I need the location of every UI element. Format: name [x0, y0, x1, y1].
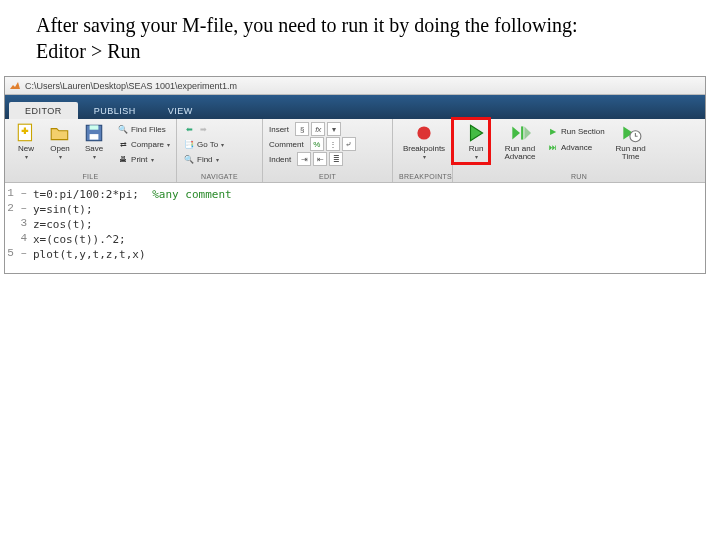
- breakpoint-icon: [413, 122, 435, 144]
- insert-button[interactable]: Insert §fx▾: [269, 122, 386, 136]
- breakpoints-group: Breakpoints▾ BREAKPOINTS: [393, 119, 453, 182]
- insert-more-icon[interactable]: ▾: [327, 122, 341, 136]
- ribbon-tab-bar: EDITOR PUBLISH VIEW: [5, 95, 705, 119]
- file-group-label: FILE: [11, 173, 170, 182]
- line-gutter: 1 – 2 – 3 4 5 –: [5, 187, 33, 269]
- insert-section-icon[interactable]: §: [295, 122, 309, 136]
- window-titlebar: C:\Users\Lauren\Desktop\SEAS 1001\experi…: [5, 77, 705, 95]
- arrow-left-icon: ⬅: [183, 123, 195, 135]
- svg-rect-3: [90, 125, 99, 129]
- comment-pct-icon[interactable]: %: [310, 137, 324, 151]
- indent-icon[interactable]: ⇥: [297, 152, 311, 166]
- nav-back-fwd[interactable]: ⬅➡: [183, 122, 256, 136]
- tab-publish[interactable]: PUBLISH: [78, 102, 152, 119]
- edit-group: Insert §fx▾ Comment %⋮⤶ Indent ⇥⇤≣ EDIT: [263, 119, 393, 182]
- insert-fx-icon[interactable]: fx: [311, 122, 325, 136]
- code-content[interactable]: t=0:pi/100:2*pi; %any comment y=sin(t); …: [33, 187, 705, 269]
- ribbon-toolstrip: New▾ Open▾ Save▾ 🔍Find Files ⇄Compare▾ 🖶…: [5, 119, 705, 183]
- code-editor[interactable]: 1 – 2 – 3 4 5 – t=0:pi/100:2*pi; %any co…: [5, 183, 705, 273]
- print-icon: 🖶: [117, 153, 129, 165]
- plus-icon: [15, 122, 37, 144]
- goto-icon: 📑: [183, 138, 195, 150]
- goto-button[interactable]: 📑Go To▾: [183, 137, 256, 151]
- edit-group-label: EDIT: [269, 173, 386, 182]
- run-time-icon: [620, 122, 642, 144]
- bp-group-label: BREAKPOINTS: [399, 173, 446, 182]
- comment-button[interactable]: Comment %⋮⤶: [269, 137, 386, 151]
- save-button[interactable]: Save▾: [79, 122, 109, 160]
- print-button[interactable]: 🖶Print▾: [117, 152, 170, 166]
- title-path: C:\Users\Lauren\Desktop\SEAS 1001\experi…: [25, 81, 237, 91]
- uncomment-icon[interactable]: ⋮: [326, 137, 340, 151]
- folder-open-icon: [49, 122, 71, 144]
- advance-button[interactable]: ⏭Advance: [547, 140, 605, 154]
- compare-icon: ⇄: [117, 138, 129, 150]
- smart-indent-icon[interactable]: ≣: [329, 152, 343, 166]
- new-button[interactable]: New▾: [11, 122, 41, 160]
- navigate-group: ⬅➡ 📑Go To▾ 🔍Find▾ NAVIGATE: [177, 119, 263, 182]
- find-files-button[interactable]: 🔍Find Files: [117, 122, 170, 136]
- file-group: New▾ Open▾ Save▾ 🔍Find Files ⇄Compare▾ 🖶…: [5, 119, 177, 182]
- svg-rect-2: [90, 134, 99, 140]
- run-group: Run▾ Run and Advance ▶Run Section ⏭Advan…: [453, 119, 705, 182]
- wrap-comment-icon[interactable]: ⤶: [342, 137, 356, 151]
- navigate-group-label: NAVIGATE: [183, 173, 256, 182]
- tab-view[interactable]: VIEW: [152, 102, 209, 119]
- indent-button[interactable]: Indent ⇥⇤≣: [269, 152, 386, 166]
- find-button[interactable]: 🔍Find▾: [183, 152, 256, 166]
- run-highlight-marker: [451, 117, 491, 165]
- compare-button[interactable]: ⇄Compare▾: [117, 137, 170, 151]
- run-group-label: RUN: [459, 173, 699, 182]
- svg-point-4: [417, 126, 430, 139]
- open-button[interactable]: Open▾: [45, 122, 75, 160]
- advance-icon: ⏭: [547, 141, 559, 153]
- tab-editor[interactable]: EDITOR: [9, 102, 78, 119]
- breakpoints-button[interactable]: Breakpoints▾: [399, 122, 449, 160]
- arrow-right-icon: ➡: [197, 123, 209, 135]
- find-files-icon: 🔍: [117, 123, 129, 135]
- run-and-time-button[interactable]: Run and Time: [611, 122, 651, 161]
- run-advance-icon: [509, 122, 531, 144]
- outdent-icon[interactable]: ⇤: [313, 152, 327, 166]
- svg-rect-5: [521, 126, 523, 139]
- disk-icon: [83, 122, 105, 144]
- matlab-icon: [9, 80, 21, 92]
- run-and-advance-button[interactable]: Run and Advance: [499, 122, 541, 161]
- run-section-icon: ▶: [547, 125, 559, 137]
- matlab-editor-window: C:\Users\Lauren\Desktop\SEAS 1001\experi…: [4, 76, 706, 274]
- instruction-text: After saving your M-file, you need to ru…: [0, 0, 720, 76]
- search-icon: 🔍: [183, 153, 195, 165]
- run-section-button[interactable]: ▶Run Section: [547, 124, 605, 138]
